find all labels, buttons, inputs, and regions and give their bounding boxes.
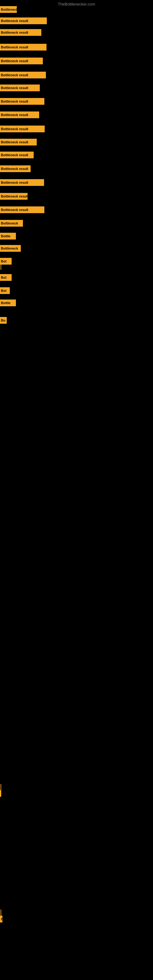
- bottleneck-bar-3: Bottleneck result: [0, 29, 41, 36]
- bottleneck-bar-20: Bot: [0, 258, 12, 265]
- bottleneck-bar-8: Bottleneck result: [0, 98, 45, 105]
- bottleneck-bar-24: Bo: [0, 317, 7, 324]
- bottleneck-label-10: Bottleneck result: [1, 127, 28, 131]
- bottleneck-label-19: Bottleneck: [1, 247, 18, 250]
- bottleneck-label-12: Bottleneck result: [1, 153, 28, 157]
- bottleneck-label-16: Bottleneck result: [1, 208, 28, 212]
- bottleneck-label-7: Bottleneck result: [1, 86, 28, 90]
- bottleneck-label-21: Bot: [1, 275, 6, 279]
- bottleneck-bar-13: Bottleneck result: [0, 165, 30, 172]
- bottleneck-label-13: Bottleneck result: [1, 167, 28, 170]
- bottleneck-bar-6: Bottleneck result: [0, 72, 46, 78]
- bottleneck-label-15: Bottleneck result: [1, 194, 27, 198]
- bottleneck-bar-14: Bottleneck result: [0, 179, 44, 186]
- bottleneck-label-11: Bottleneck result: [1, 140, 28, 144]
- bottleneck-bar-23: Bottle: [0, 299, 16, 306]
- bottleneck-label-23: Bottle: [1, 301, 10, 305]
- bottleneck-label-14: Bottleneck result: [1, 181, 28, 185]
- bottleneck-bar-4: Bottleneck result: [0, 44, 46, 51]
- bottleneck-label-3: Bottleneck result: [1, 30, 28, 34]
- bottleneck-bar-22: Bot: [0, 287, 10, 294]
- bottleneck-label-18: Bottle: [1, 234, 10, 238]
- bottleneck-bar-1: Bottleneck result: [0, 6, 17, 13]
- bottleneck-label-4: Bottleneck result: [1, 45, 28, 49]
- bottleneck-label-9: Bottleneck result: [1, 113, 28, 117]
- bottleneck-bar-10: Bottleneck result: [0, 126, 45, 132]
- bottleneck-label-6: Bottleneck result: [1, 73, 28, 77]
- bottleneck-bar-7: Bottleneck result: [0, 84, 40, 91]
- bottleneck-label-24: Bo: [1, 318, 5, 322]
- bottleneck-label-8: Bottleneck result: [1, 100, 28, 103]
- bottleneck-bar-19: Bottleneck: [0, 245, 21, 252]
- bottleneck-label-17: Bottleneck: [1, 221, 18, 225]
- bottleneck-label-22: Bot: [1, 289, 6, 293]
- bottleneck-bar-9: Bottleneck result: [0, 111, 39, 118]
- vertical-line-2: [1, 784, 1, 796]
- bottleneck-label-1: Bottleneck result: [1, 8, 17, 11]
- bottleneck-bar-15: Bottleneck result: [0, 193, 27, 200]
- vertical-line-1: [1, 264, 1, 270]
- bottleneck-bar-11: Bottleneck result: [0, 139, 37, 145]
- bottleneck-bar-2: Bottleneck result: [0, 18, 47, 24]
- vertical-line-3: [1, 910, 1, 919]
- bottleneck-bar-21: Bot: [0, 274, 12, 281]
- bottleneck-label-20: Bot: [1, 259, 6, 263]
- bottleneck-label-2: Bottleneck result: [1, 19, 28, 23]
- bottleneck-bar-16: Bottleneck result: [0, 207, 45, 213]
- bottleneck-bar-18: Bottle: [0, 233, 16, 240]
- site-title: TheBottlenecker.com: [0, 2, 153, 6]
- bottleneck-label-5: Bottleneck result: [1, 59, 28, 63]
- bottleneck-bar-12: Bottleneck result: [0, 151, 33, 158]
- bottleneck-bar-5: Bottleneck result: [0, 57, 43, 64]
- bottleneck-bar-17: Bottleneck: [0, 220, 23, 227]
